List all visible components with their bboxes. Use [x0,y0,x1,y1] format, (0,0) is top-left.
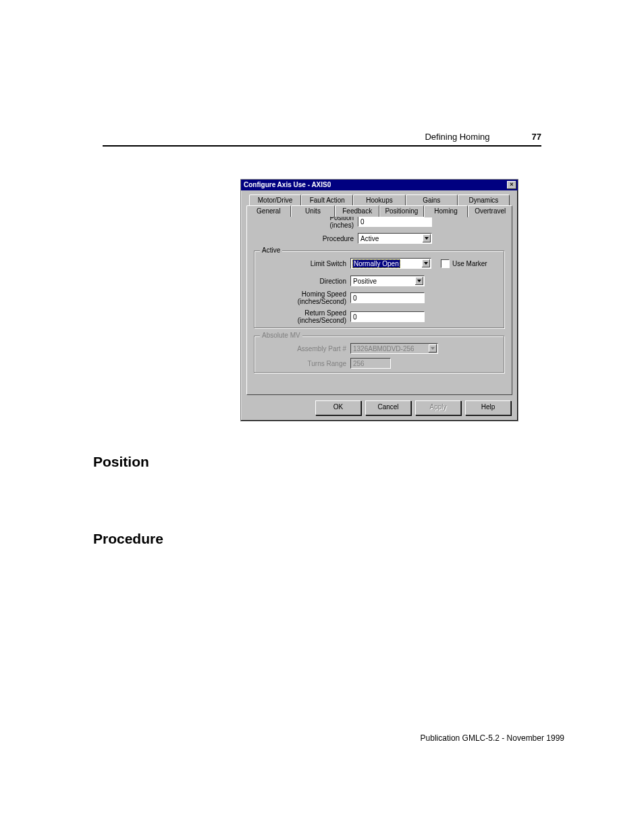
return-speed-label: Return Speed (inches/Second) [260,309,350,324]
running-header: Defining Homing 77 [103,132,541,142]
return-speed-label-line2: (inches/Second) [260,317,346,324]
tab-fault-action[interactable]: Fault Action [301,194,353,206]
section-heading-position: Position [93,454,149,470]
tab-positioning[interactable]: Positioning [379,205,424,217]
position-label-line2: (inches) [254,221,354,229]
limit-switch-label: Limit Switch [260,260,350,267]
direction-select[interactable]: Positive [350,276,425,286]
publication-footer: Publication GMLC-5.2 - November 1999 [421,733,564,743]
tab-row-front: General Units Feedback Positioning Homin… [246,205,512,217]
tab-gains[interactable]: Gains [406,194,458,206]
tab-homing[interactable]: Homing [424,205,468,217]
homing-tab-panel: Position (inches) Procedure Active Activ… [246,207,512,395]
direction-select-value: Positive [353,278,377,285]
tabs: Motor/Drive Fault Action Hookups Gains D… [246,194,512,217]
position-input[interactable] [358,216,432,227]
procedure-select[interactable]: Active [358,233,432,244]
turns-range-input [350,358,391,369]
dropdown-arrow-icon [423,234,431,242]
close-icon: × [510,181,513,188]
close-button[interactable]: × [507,181,516,189]
turns-range-label: Turns Range [260,360,350,367]
homing-speed-label-line2: (inches/Second) [260,298,346,305]
tab-motor-drive[interactable]: Motor/Drive [249,194,301,206]
dialog-button-row: OK Cancel Apply Help [241,400,511,415]
use-marker-label: Use Marker [452,260,487,267]
configure-axis-dialog: Configure Axis Use - AXIS0 × Motor/Drive… [240,179,518,421]
limit-switch-select-value: Normally Open [352,259,400,268]
active-group: Active Limit Switch Normally Open Use Ma… [254,251,505,329]
assembly-part-select-value: 1326ABM0DVD-256 [353,345,414,353]
tab-hookups[interactable]: Hookups [353,194,405,206]
homing-speed-label: Homing Speed (inches/Second) [260,290,350,305]
ok-button[interactable]: OK [315,400,361,415]
use-marker-checkbox[interactable]: Use Marker [441,259,487,268]
running-header-title: Defining Homing [425,132,489,142]
page-number: 77 [532,132,541,142]
assembly-part-select: 1326ABM0DVD-256 [350,343,438,354]
dialog-titlebar: Configure Axis Use - AXIS0 × [241,180,518,190]
svg-marker-0 [425,237,429,240]
dropdown-arrow-icon [415,277,423,285]
dropdown-arrow-icon [429,344,437,353]
section-heading-procedure: Procedure [93,531,163,547]
tab-dynamics[interactable]: Dynamics [458,194,510,206]
limit-switch-select[interactable]: Normally Open [350,258,431,269]
absolute-mv-group: Absolute MV Assembly Part # 1326ABM0DVD-… [254,336,505,373]
tab-general[interactable]: General [246,205,291,217]
return-speed-input[interactable] [350,311,425,322]
absolute-mv-group-legend: Absolute MV [260,332,302,339]
header-rule [103,145,541,147]
document-page: Defining Homing 77 Configure Axis Use - … [0,0,644,834]
procedure-select-value: Active [360,235,379,242]
tab-overtravel[interactable]: Overtravel [468,205,512,217]
assembly-part-label: Assembly Part # [260,345,350,353]
return-speed-label-line1: Return Speed [260,309,346,317]
checkbox-box-icon [441,259,450,268]
homing-speed-input[interactable] [350,292,425,303]
apply-button: Apply [415,400,461,415]
procedure-label: Procedure [254,235,358,242]
active-group-legend: Active [260,246,282,254]
tab-feedback[interactable]: Feedback [335,205,379,217]
svg-marker-3 [431,347,435,350]
tab-row-back: Motor/Drive Fault Action Hookups Gains D… [249,194,510,206]
cancel-button[interactable]: Cancel [365,400,411,415]
dropdown-arrow-icon [422,259,430,267]
help-button[interactable]: Help [465,400,511,415]
svg-marker-2 [417,280,421,282]
tab-units[interactable]: Units [291,205,336,217]
homing-speed-label-line1: Homing Speed [260,290,346,298]
svg-marker-1 [424,262,428,265]
direction-label: Direction [260,278,350,285]
dialog-title: Configure Axis Use - AXIS0 [244,180,331,190]
